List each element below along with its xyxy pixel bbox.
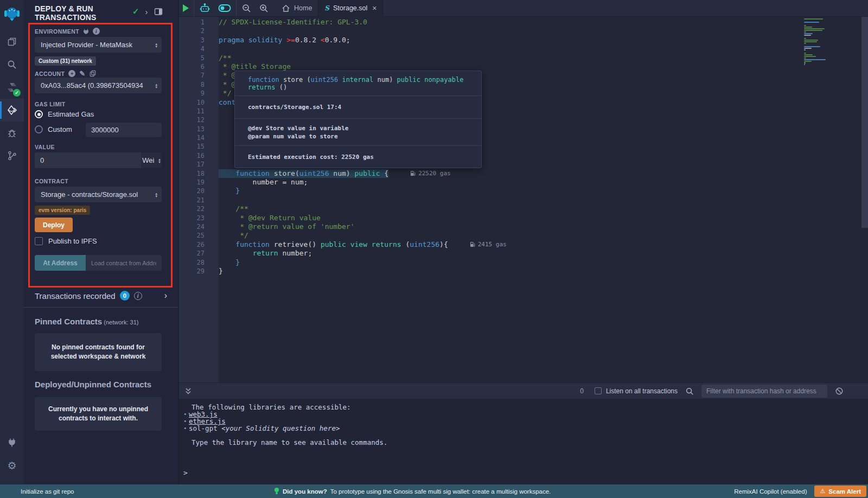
transactions-recorded-label: Transactions recorded xyxy=(35,291,116,301)
terminal-toolbar: 0 Listen on all transactions xyxy=(179,382,868,399)
fork-icon[interactable] xyxy=(83,28,89,35)
chevron-updown-icon: ▴▾ xyxy=(155,42,157,48)
code-line[interactable]: } xyxy=(219,187,792,195)
code-line[interactable]: * @return value of 'number' xyxy=(219,222,792,231)
sidebar-item-debugger[interactable] xyxy=(0,122,24,144)
code-line[interactable]: */ xyxy=(219,231,792,240)
code-line[interactable] xyxy=(219,44,792,53)
line-number: 28 xyxy=(179,258,219,267)
sidebar-item-settings[interactable]: ⚙ xyxy=(0,454,24,477)
at-address-input[interactable] xyxy=(86,255,162,271)
code-line[interactable] xyxy=(219,196,792,205)
sidebar-item-deploy-run[interactable] xyxy=(0,99,24,122)
tab-home[interactable]: Home xyxy=(276,0,318,16)
sidebar-item-solidity-compiler[interactable]: ✓ xyxy=(0,76,24,99)
add-account-icon[interactable]: + xyxy=(68,70,75,77)
terminal-filter-input[interactable] xyxy=(701,385,827,398)
close-tab-icon[interactable]: × xyxy=(372,4,376,12)
environment-info-icon[interactable]: i xyxy=(93,28,100,35)
divider xyxy=(194,0,194,16)
sidebar-item-file-explorer[interactable] xyxy=(0,30,24,53)
contract-select[interactable]: Storage - contracts/Storage.sol ▴▾ xyxy=(35,187,162,202)
git-init-button[interactable]: Initialize as git repo xyxy=(21,488,74,495)
gas-limit-label: GAS LIMIT xyxy=(35,101,66,107)
run-script-button[interactable] xyxy=(179,0,193,16)
minimap-line xyxy=(804,28,825,29)
copilot-status[interactable]: RemixAI Copilot (enabled) xyxy=(734,488,807,495)
custom-gas-input[interactable] xyxy=(86,123,162,137)
line-number: 16 xyxy=(179,151,219,160)
remixai-assistant-button[interactable] xyxy=(195,0,214,16)
copilot-toggle[interactable] xyxy=(214,0,235,16)
checkbox-icon[interactable] xyxy=(35,237,43,245)
code-line[interactable]: function retrieve() public view returns … xyxy=(219,240,792,249)
editor-minimap[interactable] xyxy=(801,18,840,66)
editor-scrollbar[interactable] xyxy=(861,17,868,228)
at-address-button[interactable]: At Address xyxy=(35,255,86,271)
line-number: 4 xyxy=(179,44,219,53)
pin-panel-icon[interactable] xyxy=(154,8,163,16)
remix-logo[interactable] xyxy=(0,1,24,26)
search-icon[interactable] xyxy=(685,387,694,395)
minimap-line xyxy=(804,53,806,54)
terminal-prompt[interactable]: > xyxy=(183,469,188,477)
panel-check-icon: ✓ xyxy=(132,7,139,16)
terminal-tx-count: 0 xyxy=(580,387,584,395)
code-line[interactable] xyxy=(219,27,792,35)
bullet-icon: • xyxy=(183,418,189,425)
zoom-in-button[interactable] xyxy=(255,0,272,16)
pinned-contracts-title: Pinned Contracts (network: 31) xyxy=(35,317,138,326)
code-line[interactable]: return number; xyxy=(219,249,792,258)
publish-ipfs-option[interactable]: Publish to IPFS xyxy=(35,237,97,245)
panel-expand-icon[interactable]: › xyxy=(145,7,148,16)
minimap-line xyxy=(804,35,811,36)
scam-alert-button[interactable]: ⚠ Scam Alert xyxy=(814,486,866,497)
code-line[interactable]: * @title Storage xyxy=(219,62,792,71)
play-icon xyxy=(183,4,189,12)
account-select[interactable]: 0xA03...85ac4 (0.398673504934 ▴▾ xyxy=(35,78,162,93)
line-number: 14 xyxy=(179,133,219,142)
line-number: 25 xyxy=(179,231,219,240)
code-editor[interactable]: 1234567891011121314151617181920212223242… xyxy=(179,17,868,382)
checkbox-icon[interactable] xyxy=(595,387,602,394)
copy-icon[interactable] xyxy=(90,70,96,77)
deploy-button[interactable]: Deploy xyxy=(35,218,73,232)
environment-select[interactable]: Injected Provider - MetaMask ▴▾ xyxy=(35,37,162,53)
line-number: 9 xyxy=(179,89,219,98)
deploy-run-icon xyxy=(7,105,17,116)
listen-all-transactions-option[interactable]: Listen on all transactions xyxy=(595,387,678,395)
transactions-expand-icon[interactable]: › xyxy=(164,291,167,301)
line-number: 17 xyxy=(179,160,219,169)
custom-gas-option[interactable]: Custom xyxy=(35,125,72,133)
terminal-output[interactable]: The following libraries are accessible:•… xyxy=(179,399,868,484)
collapse-terminal-icon[interactable] xyxy=(184,386,192,395)
tab-storage-sol[interactable]: S Storage.sol × xyxy=(318,0,383,16)
code-line[interactable]: pragma solidity >=0.8.2 <0.9.0; xyxy=(219,36,792,44)
edit-account-icon[interactable]: ✎ xyxy=(79,69,85,78)
radio-icon[interactable] xyxy=(35,125,43,133)
code-line[interactable]: } xyxy=(219,267,792,276)
code-line[interactable]: number = num; xyxy=(219,178,792,187)
code-line[interactable]: /** xyxy=(219,205,792,213)
chevron-updown-icon: ▴▾ xyxy=(158,158,161,163)
transactions-info-icon[interactable]: i xyxy=(134,292,142,300)
line-number: 7 xyxy=(179,71,219,80)
estimated-gas-option[interactable]: Estimated Gas xyxy=(35,110,94,118)
radio-selected-icon[interactable] xyxy=(35,110,43,118)
plug-icon xyxy=(7,437,17,448)
code-line[interactable]: function store(uint256 num) public {2252… xyxy=(219,169,792,178)
clear-terminal-icon[interactable] xyxy=(835,387,844,395)
code-line[interactable]: // SPDX-License-Identifier: GPL-3.0 xyxy=(219,18,792,27)
code-line[interactable]: * @dev Return value xyxy=(219,214,792,222)
zoom-out-button[interactable] xyxy=(238,0,255,16)
sidebar-item-git[interactable] xyxy=(0,144,24,167)
minimap-line xyxy=(804,43,806,44)
line-number: 22 xyxy=(179,205,219,213)
code-line[interactable]: /** xyxy=(219,54,792,62)
sidebar-item-plugin-manager[interactable] xyxy=(0,431,24,454)
value-unit-select[interactable]: Wei ▴▾ xyxy=(141,152,162,168)
code-line[interactable]: } xyxy=(219,258,792,267)
sidebar-item-search[interactable] xyxy=(0,53,24,76)
lightbulb-icon xyxy=(274,487,279,495)
value-input[interactable] xyxy=(35,152,141,168)
